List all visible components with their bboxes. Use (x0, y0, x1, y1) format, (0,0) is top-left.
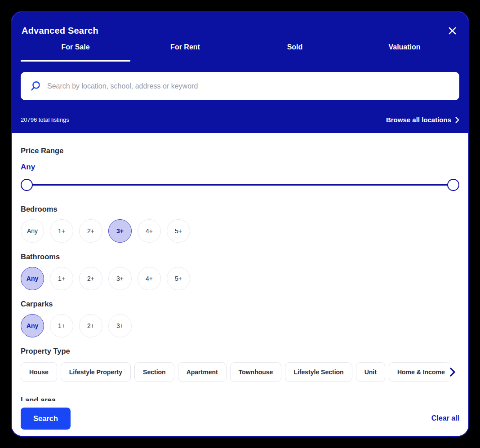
price-range-value: Any (21, 163, 459, 172)
property-type-house[interactable]: House (21, 362, 57, 382)
price-range-slider (21, 177, 459, 192)
bathrooms-label: Bathrooms (21, 253, 459, 261)
property-type-options: House Lifestyle Property Section Apartme… (21, 362, 459, 382)
chevron-right-icon (455, 117, 459, 123)
search-icon (30, 80, 42, 92)
bedrooms-option-1plus[interactable]: 1+ (50, 219, 73, 243)
search-input[interactable] (47, 82, 451, 90)
tab-sold[interactable]: Sold (240, 43, 350, 62)
total-listings-count: 20796 total listings (21, 116, 69, 123)
bathrooms-option-5plus[interactable]: 5+ (167, 267, 190, 290)
search-type-tabs: For Sale For Rent Sold Valuation (21, 43, 459, 62)
clear-all-link[interactable]: Clear all (431, 414, 459, 422)
modal-footer: Search Clear all (12, 401, 468, 436)
property-type-lifestyle-property[interactable]: Lifestyle Property (61, 362, 131, 382)
property-type-scroll-next[interactable] (444, 362, 459, 382)
property-type-apartment[interactable]: Apartment (178, 362, 227, 382)
bedrooms-label: Bedrooms (21, 205, 459, 213)
slider-track (27, 184, 453, 186)
chevron-right-icon (449, 368, 455, 377)
bedrooms-option-5plus[interactable]: 5+ (167, 219, 190, 243)
tab-valuation[interactable]: Valuation (350, 43, 459, 62)
bathrooms-option-4plus[interactable]: 4+ (138, 267, 161, 290)
slider-handle-max[interactable] (447, 179, 459, 191)
bathrooms-option-1plus[interactable]: 1+ (50, 267, 73, 290)
carparks-label: Carparks (21, 300, 459, 308)
price-range-label: Price Range (21, 146, 459, 155)
property-type-townhouse[interactable]: Townhouse (230, 362, 282, 382)
close-icon[interactable] (447, 25, 458, 36)
bedrooms-option-2plus[interactable]: 2+ (79, 219, 102, 243)
bathrooms-option-3plus[interactable]: 3+ (108, 267, 132, 290)
bedrooms-option-4plus[interactable]: 4+ (138, 219, 161, 243)
modal-title: Advanced Search (22, 26, 98, 36)
modal-header: Advanced Search For Sale For Rent Sold V… (12, 12, 468, 133)
location-search-box (21, 72, 459, 100)
property-type-section[interactable]: Section (134, 362, 174, 382)
carparks-option-2plus[interactable]: 2+ (79, 314, 102, 337)
bedrooms-options: Any 1+ 2+ 3+ 4+ 5+ (21, 219, 459, 243)
property-type-label: Property Type (21, 347, 459, 355)
tab-for-rent[interactable]: For Rent (130, 43, 240, 62)
browse-all-locations-link[interactable]: Browse all locations (386, 116, 459, 124)
bedrooms-option-3plus[interactable]: 3+ (108, 219, 132, 243)
bathrooms-option-any[interactable]: Any (21, 267, 44, 290)
property-type-unit[interactable]: Unit (356, 362, 385, 382)
tab-for-sale[interactable]: For Sale (21, 43, 130, 62)
bathrooms-option-2plus[interactable]: 2+ (79, 267, 102, 290)
advanced-search-modal: Advanced Search For Sale For Rent Sold V… (11, 11, 469, 437)
carparks-options: Any 1+ 2+ 3+ (21, 314, 459, 337)
screen-background: Advanced Search For Sale For Rent Sold V… (0, 0, 480, 448)
carparks-option-1plus[interactable]: 1+ (50, 314, 73, 337)
bathrooms-options: Any 1+ 2+ 3+ 4+ 5+ (21, 267, 459, 290)
slider-handle-min[interactable] (21, 179, 33, 191)
carparks-option-any[interactable]: Any (21, 314, 44, 337)
property-type-lifestyle-section[interactable]: Lifestyle Section (285, 362, 352, 382)
search-button[interactable]: Search (21, 408, 71, 430)
bedrooms-option-any[interactable]: Any (21, 219, 44, 243)
filters-body: Price Range Any Bedrooms Any 1+ 2+ 3+ 4+… (12, 133, 468, 436)
carparks-option-3plus[interactable]: 3+ (108, 314, 132, 337)
